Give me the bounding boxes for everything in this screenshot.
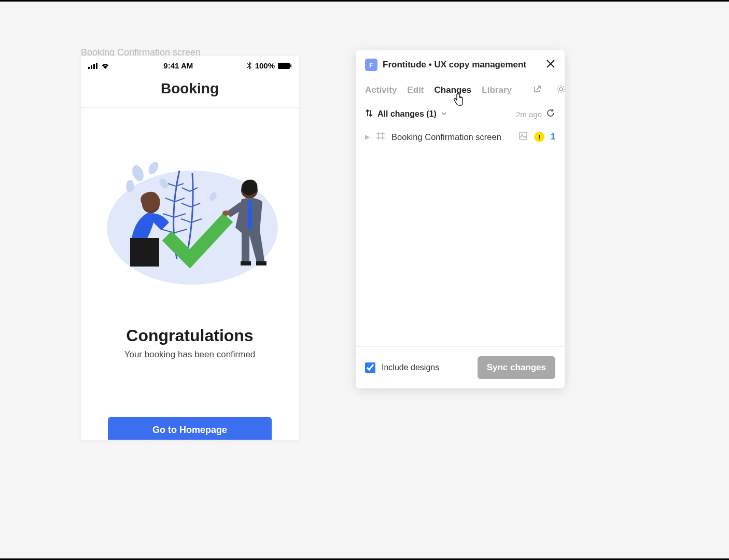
change-item-name: Booking Confirmation screen bbox=[391, 132, 512, 142]
mobile-header: Booking bbox=[81, 72, 299, 108]
mobile-body: Congratulations Your booking has been co… bbox=[81, 108, 299, 440]
svg-point-35 bbox=[559, 88, 563, 91]
open-external-icon[interactable] bbox=[532, 85, 542, 96]
svg-point-8 bbox=[147, 160, 161, 176]
panel-footer: Include designs Sync changes bbox=[356, 346, 565, 388]
svg-point-7 bbox=[130, 164, 146, 183]
tabs: Activity Edit Changes Library bbox=[356, 79, 565, 101]
close-icon[interactable] bbox=[546, 59, 555, 71]
settings-gear-icon[interactable] bbox=[556, 85, 566, 96]
tab-library[interactable]: Library bbox=[482, 85, 512, 95]
sort-icon[interactable] bbox=[365, 109, 373, 119]
image-icon[interactable] bbox=[518, 131, 528, 143]
status-time: 9:41 AM bbox=[163, 61, 193, 70]
changes-filter-bar: All changes (1) 2m ago bbox=[356, 101, 565, 124]
svg-rect-31 bbox=[248, 201, 252, 229]
frontitude-logo: F bbox=[365, 59, 377, 71]
change-item-row[interactable]: ▶ Booking Confirmation screen ! 1 bbox=[356, 124, 565, 150]
cellular-signal-icon bbox=[88, 63, 97, 69]
expand-caret-icon[interactable]: ▶ bbox=[365, 133, 370, 141]
plugin-panel: F Frontitude • UX copy management Activi… bbox=[356, 50, 565, 388]
battery-percent: 100% bbox=[255, 61, 275, 70]
svg-rect-5 bbox=[290, 64, 291, 67]
screen-title: Booking bbox=[81, 80, 299, 97]
sync-changes-button[interactable]: Sync changes bbox=[478, 356, 555, 379]
svg-rect-1 bbox=[91, 65, 92, 69]
warning-badge-icon: ! bbox=[534, 132, 544, 142]
frame-icon bbox=[376, 131, 385, 143]
svg-rect-3 bbox=[96, 63, 97, 69]
refresh-icon[interactable] bbox=[546, 108, 555, 120]
go-homepage-button[interactable]: Go to Homepage bbox=[108, 417, 272, 440]
changes-filter-label[interactable]: All changes (1) bbox=[377, 109, 437, 119]
svg-point-9 bbox=[126, 180, 134, 192]
wifi-icon bbox=[101, 62, 110, 69]
status-bar: 9:41 AM 100% bbox=[81, 56, 299, 72]
panel-header: F Frontitude • UX copy management bbox=[356, 50, 565, 79]
last-sync-time: 2m ago bbox=[516, 110, 542, 119]
svg-rect-2 bbox=[93, 64, 95, 69]
chevron-down-icon[interactable] bbox=[441, 109, 447, 119]
panel-title: Frontitude • UX copy management bbox=[383, 60, 541, 70]
svg-rect-34 bbox=[256, 261, 267, 265]
bluetooth-icon bbox=[247, 62, 252, 69]
battery-icon bbox=[278, 63, 291, 69]
include-designs-label: Include designs bbox=[382, 363, 471, 372]
svg-rect-33 bbox=[241, 261, 251, 265]
change-count: 1 bbox=[551, 132, 555, 142]
success-illustration bbox=[102, 155, 278, 290]
congrats-heading: Congratulations bbox=[126, 326, 253, 345]
svg-rect-29 bbox=[145, 238, 159, 267]
tab-changes[interactable]: Changes bbox=[434, 85, 472, 95]
svg-rect-4 bbox=[278, 63, 290, 69]
panel-body bbox=[356, 150, 565, 346]
svg-point-32 bbox=[222, 211, 230, 216]
tab-edit[interactable]: Edit bbox=[407, 85, 424, 95]
mobile-mockup: 9:41 AM 100% Booking bbox=[81, 56, 299, 440]
tab-activity[interactable]: Activity bbox=[365, 85, 397, 95]
include-designs-checkbox[interactable] bbox=[365, 362, 375, 373]
congrats-subtitle: Your booking has been confirmed bbox=[124, 349, 256, 360]
svg-rect-0 bbox=[88, 67, 90, 69]
svg-rect-28 bbox=[130, 238, 145, 267]
